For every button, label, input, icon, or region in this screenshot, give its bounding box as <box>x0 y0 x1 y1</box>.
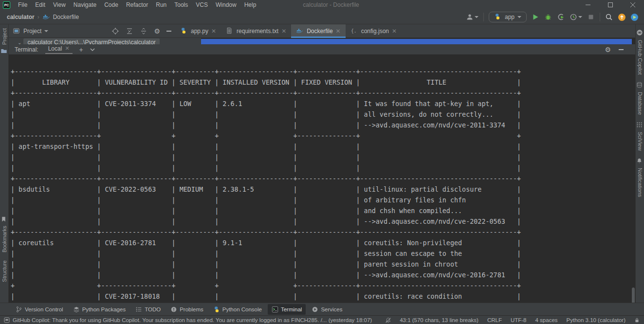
run-configuration-name: app <box>505 14 515 20</box>
stripe-sciview-button[interactable]: SciView <box>637 132 643 151</box>
svg-text:{..}: {..} <box>351 28 357 33</box>
toolwindow-label: TODO <box>145 306 161 312</box>
chevron-down-icon <box>578 16 582 18</box>
run-button[interactable] <box>532 13 539 21</box>
tree-expand-icon[interactable]: ⌄ <box>18 40 21 45</box>
tab-config-json[interactable]: {..} config.json ✕ <box>346 24 402 37</box>
toolwindow-terminal[interactable]: Terminal <box>268 304 306 315</box>
title-bar: PC FileEditViewNavigateCodeRefactorRunTo… <box>0 0 644 10</box>
ide-update-button[interactable] <box>618 13 626 21</box>
lock-icon[interactable] <box>634 317 640 323</box>
menu-item[interactable]: Edit <box>31 0 49 9</box>
close-icon[interactable]: ✕ <box>211 28 216 35</box>
close-icon[interactable]: ✕ <box>281 28 286 35</box>
stripe-bookmarks-button[interactable]: Bookmarks <box>1 226 7 252</box>
copilot-status-icon[interactable] <box>4 317 10 323</box>
search-everywhere-button[interactable] <box>605 13 613 21</box>
stripe-structure-button[interactable]: Structure <box>1 260 7 282</box>
stripe-project-button[interactable]: Project <box>1 28 7 45</box>
stripe-notifications-button[interactable]: Notifications <box>637 168 643 197</box>
tab-app-py[interactable]: app.py ✕ <box>175 24 221 37</box>
stop-button <box>587 13 595 21</box>
close-icon[interactable]: ✕ <box>392 28 397 35</box>
toolwindow-problems[interactable]: Problems <box>166 304 207 315</box>
project-view-select[interactable]: Project <box>13 27 48 35</box>
toolwindow-python-packages[interactable]: Python Packages <box>69 304 130 315</box>
toolwindow-version-control[interactable]: Version Control <box>12 304 67 315</box>
text-file-icon <box>226 27 234 35</box>
terminal-tab-local[interactable]: Local ✕ <box>45 45 73 54</box>
toolwindow-label: Python Console <box>222 306 262 312</box>
project-tree-selected-row[interactable]: calculator C:\Users\...\PycharmProjects\… <box>23 38 159 44</box>
notifications-muted-icon[interactable] <box>385 317 391 323</box>
breadcrumb-project[interactable]: calculator <box>7 14 35 20</box>
right-toolwindow-stripe: GitHub Copilot Database SciView Notifica… <box>635 24 644 303</box>
caret-position-widget[interactable]: 43:1 (570 chars, 13 line breaks) <box>400 317 478 323</box>
tab-dockerfile[interactable]: Dockerfile ✕ <box>291 24 345 37</box>
terminal-settings-gear-icon[interactable]: ⚙ <box>605 46 611 53</box>
breadcrumb-separator: › <box>37 14 39 20</box>
collapse-all-button[interactable] <box>126 27 133 35</box>
new-terminal-session-button[interactable]: + <box>79 46 83 54</box>
debug-button[interactable] <box>544 13 552 21</box>
window-title: calculator - Dockerfile <box>303 1 359 8</box>
menu-item[interactable]: Window <box>212 0 240 9</box>
hide-panel-button[interactable] <box>166 31 171 32</box>
python-file-icon <box>180 27 188 35</box>
menu-item[interactable]: VCS <box>192 0 212 9</box>
chevron-down-icon <box>44 30 48 32</box>
terminal-scrollbar-thumb[interactable] <box>632 288 635 303</box>
stripe-github-copilot-button[interactable]: GitHub Copilot <box>637 40 643 75</box>
menu-item[interactable]: Run <box>152 0 170 9</box>
problems-icon <box>170 306 177 313</box>
hide-terminal-button[interactable] <box>619 49 624 50</box>
stripe-database-button[interactable]: Database <box>637 92 643 115</box>
menu-item[interactable]: View <box>49 0 70 9</box>
expand-all-button[interactable] <box>140 27 147 35</box>
menu-item[interactable]: Code <box>100 0 122 9</box>
close-button[interactable] <box>622 0 644 10</box>
sciview-icon <box>636 122 644 129</box>
tab-label: app.py <box>191 28 208 35</box>
indent-widget[interactable]: 4 spaces <box>535 317 558 323</box>
toolwindow-label: Services <box>321 306 342 312</box>
select-opened-file-button[interactable] <box>111 27 119 35</box>
profiler-button[interactable] <box>570 13 582 21</box>
minimize-button[interactable] <box>577 0 599 10</box>
settings-gear-icon[interactable]: ⚙ <box>154 28 160 35</box>
status-message[interactable]: GitHub Copilot: Thank you for using GitH… <box>13 317 372 323</box>
menu-item[interactable]: Refactor <box>122 0 152 9</box>
toolwindow-label: Version Control <box>25 306 63 312</box>
close-icon[interactable]: ✕ <box>336 28 341 35</box>
tabs-strip: Project ⚙ app.py ✕ <box>9 24 635 38</box>
terminal-output-area[interactable]: +---------------------+-----------------… <box>9 55 635 303</box>
breadcrumb-file[interactable]: Dockerfile <box>53 14 79 20</box>
breadcrumb: calculator › Dockerfile <box>0 13 79 21</box>
toolwindow-services[interactable]: Services <box>308 304 346 315</box>
toolwindow-python-console[interactable]: Python Console <box>209 304 266 315</box>
interpreter-widget[interactable]: Python 3.10 (calculator) <box>567 317 626 323</box>
python-console-icon <box>213 306 220 313</box>
user-account-button[interactable] <box>466 13 478 21</box>
run-configuration-select[interactable]: app <box>489 12 527 22</box>
maximize-button[interactable] <box>599 0 622 10</box>
tab-requirements-txt[interactable]: requirements.txt ✕ <box>221 24 291 37</box>
menu-item[interactable]: Navigate <box>70 0 100 9</box>
bookmark-icon <box>0 216 8 224</box>
editor-selected-line <box>201 39 632 44</box>
encoding-widget[interactable]: UTF-8 <box>511 317 527 323</box>
project-tree-row[interactable]: ⌄ calculator C:\Users\...\PycharmProject… <box>18 38 160 44</box>
close-icon[interactable]: ✕ <box>65 45 69 52</box>
menu-item[interactable]: Tools <box>170 0 192 9</box>
menu-item[interactable]: Help <box>240 0 260 9</box>
run-with-coverage-button[interactable] <box>557 13 565 21</box>
line-ending-widget[interactable]: CRLF <box>487 317 502 323</box>
toolwindow-todo[interactable]: TODO <box>131 304 165 315</box>
terminal-label: Terminal: <box>15 46 38 53</box>
terminal-sessions-dropdown[interactable] <box>90 48 95 51</box>
menu-item[interactable]: File <box>14 0 31 9</box>
code-with-me-button[interactable] <box>630 13 638 21</box>
profiler-icon <box>570 13 577 21</box>
github-copilot-icon <box>636 29 644 37</box>
toolbar-separator <box>600 13 600 21</box>
